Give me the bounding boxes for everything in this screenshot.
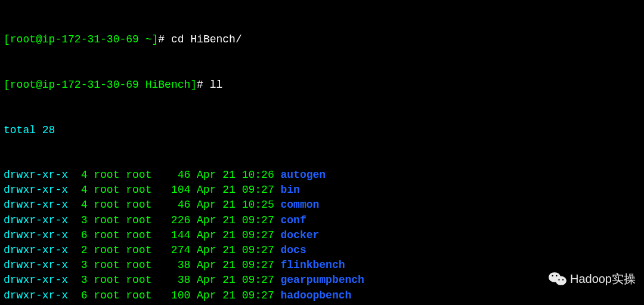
file-name: bin — [281, 184, 300, 196]
file-name: gearpumpbench — [281, 274, 364, 286]
file-name: flinkbench — [281, 259, 345, 271]
svg-point-4 — [558, 279, 559, 281]
wechat-icon — [549, 271, 566, 286]
file-name: autogen — [281, 169, 326, 181]
prompt-line-1: [root@ip-172-31-30-69 ~]# cd HiBench/ — [4, 32, 640, 47]
total-line: total 28 — [4, 123, 640, 138]
command-2: ll — [210, 79, 223, 91]
terminal[interactable]: [root@ip-172-31-30-69 ~]# cd HiBench/ [r… — [4, 2, 640, 305]
list-item: drwxr-xr-x 2 root root 274 Apr 21 09:27 … — [4, 243, 640, 258]
file-name: common — [281, 199, 320, 211]
list-item: drwxr-xr-x 4 root root 46 Apr 21 10:26 a… — [4, 168, 640, 183]
svg-point-1 — [556, 276, 566, 285]
svg-point-2 — [552, 275, 553, 277]
file-name: hadoopbench — [281, 289, 352, 301]
prompt-line-2: [root@ip-172-31-30-69 HiBench]# ll — [4, 78, 640, 93]
list-item: drwxr-xr-x 3 root root 226 Apr 21 09:27 … — [4, 213, 640, 228]
file-name: docs — [281, 244, 306, 256]
file-name: conf — [281, 214, 306, 226]
list-item: drwxr-xr-x 6 root root 144 Apr 21 09:27 … — [4, 228, 640, 243]
file-name: docker — [281, 229, 320, 241]
watermark-text: Hadoop实操 — [570, 270, 636, 287]
file-listing: drwxr-xr-x 4 root root 46 Apr 21 10:26 a… — [4, 168, 640, 305]
svg-point-3 — [556, 275, 558, 277]
list-item: drwxr-xr-x 3 root root 38 Apr 21 09:27 f… — [4, 258, 640, 273]
list-item: drwxr-xr-x 4 root root 46 Apr 21 10:25 c… — [4, 198, 640, 212]
command-1: cd HiBench/ — [171, 33, 242, 45]
watermark: Hadoop实操 — [549, 270, 636, 287]
list-item: drwxr-xr-x 6 root root 100 Apr 21 09:27 … — [4, 288, 640, 303]
svg-point-5 — [562, 279, 564, 281]
list-item: drwxr-xr-x 4 root root 104 Apr 21 09:27 … — [4, 183, 640, 198]
list-item: drwxr-xr-x 3 root root 38 Apr 21 09:27 g… — [4, 273, 640, 288]
